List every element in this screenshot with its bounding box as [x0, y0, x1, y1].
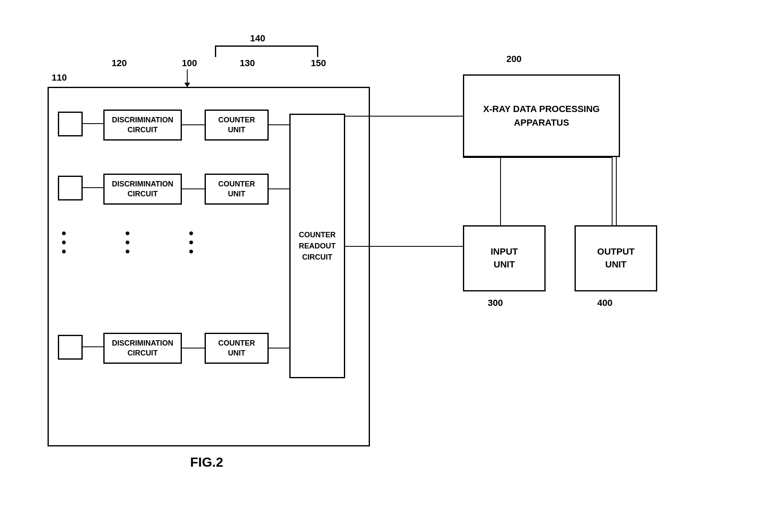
pixel-3	[58, 335, 83, 360]
label-300: 300	[488, 298, 503, 308]
pixel-2	[58, 176, 83, 200]
discrimination-circuit-2: DISCRIMINATIONCIRCUIT	[103, 174, 182, 205]
label-100: 100	[182, 58, 197, 69]
label-400: 400	[597, 298, 613, 308]
label-120: 120	[112, 58, 127, 69]
label-150: 150	[311, 58, 326, 69]
output-unit: OUTPUTUNIT	[575, 225, 657, 291]
label-130: 130	[240, 58, 255, 69]
counter-unit-3: COUNTERUNIT	[205, 333, 269, 364]
label-200: 200	[506, 54, 522, 64]
label-140: 140	[250, 33, 265, 44]
pixel-1	[58, 112, 83, 136]
counter-readout-circuit: COUNTERREADOUTCIRCUIT	[289, 114, 345, 378]
xray-data-processing: X-RAY DATA PROCESSINGAPPARATUS	[463, 74, 620, 157]
discrimination-circuit-3: DISCRIMINATIONCIRCUIT	[103, 333, 182, 364]
figure-label: FIG.2	[190, 455, 223, 470]
label-110: 110	[52, 72, 67, 83]
counter-unit-1: COUNTERUNIT	[205, 110, 269, 141]
dots-row	[62, 231, 193, 253]
counter-unit-2: COUNTERUNIT	[205, 174, 269, 205]
discrimination-circuit-1: DISCRIMINATIONCIRCUIT	[103, 110, 182, 141]
input-unit: INPUTUNIT	[463, 225, 546, 291]
